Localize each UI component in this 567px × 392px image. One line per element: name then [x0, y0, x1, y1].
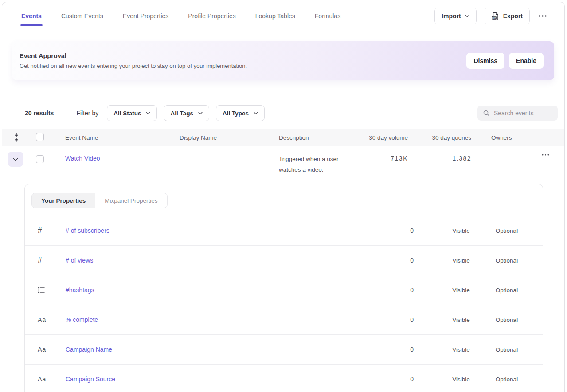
event-row-watch-video: Watch Video Triggered when a user watche… — [2, 146, 564, 178]
tab-custom-events[interactable]: Custom Events — [61, 2, 103, 30]
event-approval-banner: Event Approval Get notified on all new e… — [12, 41, 554, 80]
property-name-link[interactable]: Campaign Name — [66, 346, 370, 353]
property-value: 0 — [410, 257, 414, 264]
number-type-icon: # — [25, 256, 66, 265]
column-30-day-volume: 30 day volume — [369, 134, 408, 141]
chevron-down-icon — [465, 15, 469, 17]
nav-actions: Import csv Export — [434, 8, 564, 24]
filter-bar: 20 results Filter by All Status All Tags… — [2, 105, 564, 121]
property-row: # # of subscribers 0 Visible Optional — [25, 216, 543, 246]
property-visibility: Visible — [452, 317, 470, 323]
property-requirement: Optional — [496, 346, 518, 353]
text-type-icon: Aa — [25, 376, 66, 383]
property-value: 0 — [410, 286, 414, 294]
property-name-link[interactable]: #hashtags — [66, 286, 370, 294]
property-row: Aa Campaign Name 0 Visible Optional — [25, 335, 543, 365]
column-display-name: Display Name — [180, 134, 279, 141]
chevron-down-icon — [146, 112, 150, 114]
enable-button[interactable]: Enable — [509, 53, 544, 69]
chevron-down-icon — [198, 112, 203, 114]
property-name-link[interactable]: # of views — [66, 257, 370, 264]
svg-text:csv: csv — [493, 16, 496, 19]
tab-lookup-tables[interactable]: Lookup Tables — [255, 2, 295, 30]
more-menu-button[interactable] — [538, 8, 547, 24]
property-visibility: Visible — [452, 287, 470, 294]
types-filter-dropdown[interactable]: All Types — [216, 105, 265, 121]
properties-tabs: Your Properties Mixpanel Properties — [25, 184, 543, 216]
row-actions-button[interactable] — [542, 154, 549, 156]
column-owners: Owners — [471, 134, 534, 141]
property-value: 0 — [410, 316, 414, 323]
row-checkbox[interactable] — [36, 155, 44, 163]
tags-filter-dropdown[interactable]: All Tags — [164, 105, 209, 121]
property-name-link[interactable]: % complete — [66, 316, 370, 323]
text-type-icon: Aa — [25, 316, 66, 323]
property-requirement: Optional — [496, 257, 518, 264]
status-filter-dropdown[interactable]: All Status — [107, 105, 157, 121]
property-requirement: Optional — [496, 376, 518, 383]
banner-actions: Dismiss Enable — [466, 53, 544, 69]
property-requirement: Optional — [496, 227, 518, 234]
column-event-name: Event Name — [65, 134, 180, 141]
chevron-down-icon — [13, 158, 18, 161]
queries-cell: 1,382 — [452, 146, 471, 162]
tab-mixpanel-properties[interactable]: Mixpanel Properties — [95, 193, 167, 208]
collapse-row-button[interactable] — [8, 152, 23, 167]
property-row: # # of views 0 Visible Optional — [25, 246, 543, 275]
lexicon-events-page: Events Custom Events Event Properties Pr… — [2, 2, 565, 392]
volume-cell: 713K — [391, 146, 408, 162]
nav-tabs: Events Custom Events Event Properties Pr… — [21, 2, 340, 30]
property-visibility: Visible — [452, 346, 470, 353]
property-value: 0 — [410, 376, 414, 383]
column-30-day-queries: 30 day queries — [432, 134, 471, 141]
chevron-down-icon — [254, 112, 258, 114]
property-row: #hashtags 0 Visible Optional — [25, 275, 543, 305]
description-cell: Triggered when a user watches a video. — [279, 146, 350, 175]
banner-subtitle: Get notified on all new events entering … — [20, 63, 247, 69]
property-row: Aa % complete 0 Visible Optional — [25, 305, 543, 335]
select-all-checkbox[interactable] — [36, 133, 44, 141]
properties-tab-group: Your Properties Mixpanel Properties — [31, 193, 168, 208]
events-table-header: Event Name Display Name Description 30 d… — [2, 129, 564, 146]
property-visibility: Visible — [452, 227, 470, 234]
tab-event-properties[interactable]: Event Properties — [123, 2, 169, 30]
column-description: Description — [279, 134, 366, 141]
active-tab-underline — [20, 24, 43, 26]
property-requirement: Optional — [496, 317, 518, 323]
search-box — [477, 106, 558, 121]
collapse-all-icon[interactable] — [13, 133, 20, 142]
property-name-link[interactable]: # of subscribers — [66, 227, 370, 234]
ellipsis-icon — [539, 15, 547, 17]
property-requirement: Optional — [496, 287, 518, 294]
export-button[interactable]: csv Export — [485, 8, 530, 24]
property-visibility: Visible — [452, 257, 470, 264]
banner-text: Event Approval Get notified on all new e… — [20, 52, 247, 69]
ellipsis-icon — [542, 154, 549, 156]
dismiss-button[interactable]: Dismiss — [466, 53, 504, 69]
search-icon — [483, 110, 490, 117]
filter-by-label: Filter by — [76, 110, 98, 117]
property-value: 0 — [410, 346, 414, 353]
top-nav: Events Custom Events Event Properties Pr… — [2, 2, 564, 30]
list-type-icon — [25, 287, 66, 293]
search-input[interactable] — [494, 110, 552, 117]
results-count: 20 results — [25, 110, 54, 117]
tab-formulas[interactable]: Formulas — [315, 2, 340, 30]
tab-events[interactable]: Events — [21, 2, 42, 30]
banner-title: Event Approval — [20, 52, 247, 59]
event-name-link[interactable]: Watch Video — [65, 146, 180, 162]
tab-profile-properties[interactable]: Profile Properties — [188, 2, 235, 30]
import-button[interactable]: Import — [434, 8, 477, 24]
csv-file-icon: csv — [492, 12, 499, 20]
properties-panel: Your Properties Mixpanel Properties # # … — [24, 184, 543, 392]
tab-your-properties[interactable]: Your Properties — [32, 193, 95, 208]
property-value: 0 — [410, 227, 414, 234]
text-type-icon: Aa — [25, 346, 66, 353]
divider — [65, 107, 65, 119]
property-name-link[interactable]: Campaign Source — [66, 376, 370, 383]
property-visibility: Visible — [452, 376, 470, 383]
property-row: Aa Campaign Source 0 Visible Optional — [25, 365, 543, 392]
number-type-icon: # — [25, 226, 66, 235]
